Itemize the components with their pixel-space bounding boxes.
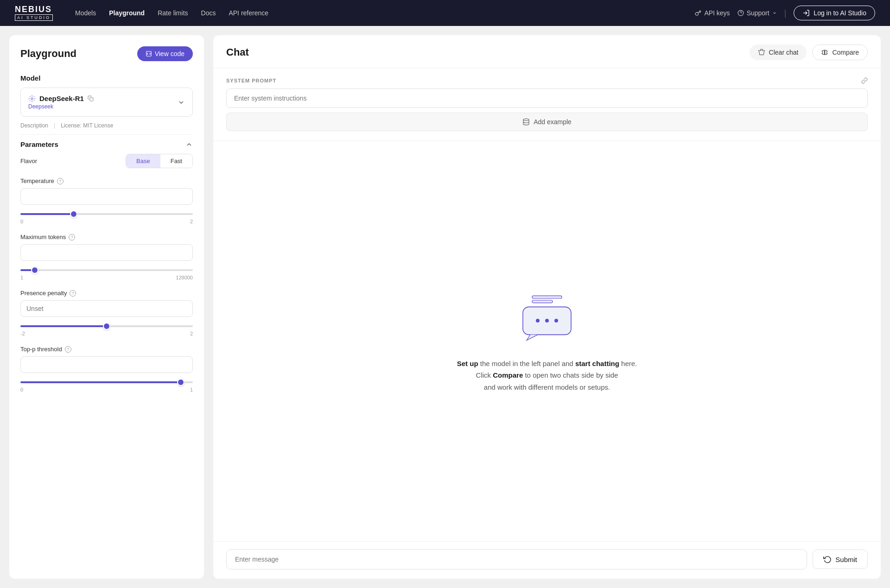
setup-bold: Set up	[457, 360, 478, 367]
max-tokens-param: Maximum tokens ? 8192 1 128000	[20, 234, 193, 280]
model-license[interactable]: License: MIT License	[61, 122, 113, 129]
max-tokens-slider[interactable]	[20, 269, 193, 271]
chat-header: Chat Clear chat Compare	[213, 35, 881, 68]
panel-title: Playground	[20, 48, 76, 60]
database-icon	[522, 118, 530, 126]
nav-api-reference[interactable]: API reference	[229, 9, 268, 17]
navbar: NEBIUS AI STUDIO Models Playground Rate …	[0, 0, 890, 26]
svg-rect-5	[90, 98, 93, 101]
max-tokens-input[interactable]: 8192	[20, 244, 193, 261]
presence-max: 2	[190, 331, 193, 336]
nav-playground[interactable]: Playground	[109, 9, 145, 17]
temperature-param: Temperature ? 0.6 0 2	[20, 177, 193, 224]
top-p-input[interactable]: 0.95	[20, 356, 193, 373]
panel-header: Playground View code	[20, 46, 193, 61]
max-tokens-label: Maximum tokens ?	[20, 234, 193, 240]
model-name: DeepSeek-R1	[28, 95, 94, 102]
temperature-label: Temperature ?	[20, 177, 193, 184]
setup-mid: the model in the left panel and	[480, 360, 573, 367]
compare-line-after: to open two chats side by side	[525, 371, 618, 379]
max-tokens-minmax: 1 128000	[20, 275, 193, 280]
logo-sub: AI STUDIO	[15, 14, 53, 21]
temperature-max: 2	[190, 219, 193, 224]
flavor-label: Flavor	[20, 158, 37, 164]
top-p-slider-container	[20, 377, 193, 385]
api-keys-label: API keys	[704, 9, 730, 17]
system-prompt-input[interactable]	[226, 89, 868, 108]
flavor-fast-button[interactable]: Fast	[160, 154, 192, 168]
top-p-label: Top-p threshold ?	[20, 346, 193, 353]
add-example-label: Add example	[534, 118, 572, 126]
svg-point-10	[536, 319, 540, 322]
submit-icon	[823, 555, 832, 563]
view-code-label: View code	[155, 50, 184, 57]
compare-line-bold: Compare	[493, 371, 523, 379]
flavor-toggle: Base Fast	[126, 154, 193, 168]
view-code-button[interactable]: View code	[137, 46, 193, 61]
presence-minmax: -2 2	[20, 331, 193, 336]
model-icon	[28, 95, 36, 102]
top-p-minmax: 0 1	[20, 387, 193, 392]
add-example-button[interactable]: Add example	[226, 113, 868, 131]
submit-button[interactable]: Submit	[813, 550, 868, 569]
presence-slider[interactable]	[20, 325, 193, 327]
main-layout: Playground View code Model DeepSeek-R1 D…	[0, 26, 890, 588]
temperature-slider-container	[20, 209, 193, 217]
flavor-base-button[interactable]: Base	[126, 154, 160, 168]
params-header[interactable]: Parameters	[20, 134, 193, 154]
logo[interactable]: NEBIUS AI STUDIO	[15, 5, 53, 21]
chat-actions: Clear chat Compare	[750, 44, 868, 60]
presence-help-icon[interactable]: ?	[70, 290, 76, 297]
nav-separator: |	[784, 8, 787, 18]
link-icon[interactable]	[861, 77, 868, 84]
message-input[interactable]	[226, 549, 807, 569]
top-p-max: 1	[190, 387, 193, 392]
presence-label: Presence penalty ?	[20, 290, 193, 297]
params-title: Parameters	[20, 140, 58, 148]
params-collapse-icon	[185, 141, 193, 148]
temperature-help-icon[interactable]: ?	[57, 178, 64, 184]
setup-line3: and work with different models or setups…	[457, 381, 637, 393]
compare-button[interactable]: Compare	[812, 44, 868, 60]
submit-label: Submit	[835, 556, 857, 563]
max-tokens-slider-container	[20, 265, 193, 273]
max-tokens-max: 128000	[176, 275, 193, 280]
model-description-link[interactable]: Description	[20, 122, 48, 129]
chat-empty-message: Set up the model in the left panel and s…	[457, 358, 637, 393]
model-info: DeepSeek-R1 Deepseek	[28, 95, 94, 110]
support-label: Support	[747, 9, 769, 17]
svg-point-6	[523, 119, 529, 120]
nav-rate-limits[interactable]: Rate limits	[158, 9, 188, 17]
temperature-input[interactable]: 0.6	[20, 188, 193, 205]
right-panel: Chat Clear chat Compare SYSTEM PROMPT	[213, 35, 881, 579]
nav-models[interactable]: Models	[75, 9, 96, 17]
clear-chat-button[interactable]: Clear chat	[750, 44, 807, 60]
model-selector[interactable]: DeepSeek-R1 Deepseek	[20, 88, 193, 117]
nav-links: Models Playground Rate limits Docs API r…	[75, 9, 680, 17]
top-p-help-icon[interactable]: ?	[65, 346, 71, 353]
temperature-min: 0	[20, 219, 23, 224]
login-button[interactable]: Log in to AI Studio	[794, 6, 875, 20]
chevron-down-icon	[772, 11, 777, 15]
svg-rect-8	[532, 300, 553, 303]
compare-icon	[821, 49, 828, 56]
chat-title: Chat	[226, 46, 249, 58]
api-keys-icon	[695, 10, 701, 16]
dropdown-icon	[178, 99, 185, 106]
max-tokens-min: 1	[20, 275, 23, 280]
presence-slider-container	[20, 321, 193, 329]
nav-support[interactable]: Support	[737, 9, 777, 17]
chat-body: Set up the model in the left panel and s…	[213, 141, 881, 541]
copy-icon[interactable]	[88, 95, 94, 101]
temperature-slider[interactable]	[20, 213, 193, 215]
top-p-slider[interactable]	[20, 381, 193, 383]
nav-api-keys[interactable]: API keys	[695, 9, 730, 17]
svg-point-11	[545, 319, 549, 322]
presence-min: -2	[20, 331, 25, 336]
clear-chat-label: Clear chat	[769, 49, 799, 56]
max-tokens-help-icon[interactable]: ?	[69, 234, 75, 240]
nav-docs[interactable]: Docs	[201, 9, 216, 17]
support-icon	[737, 10, 744, 16]
presence-input[interactable]	[20, 300, 193, 317]
logo-name: NEBIUS	[15, 5, 52, 13]
